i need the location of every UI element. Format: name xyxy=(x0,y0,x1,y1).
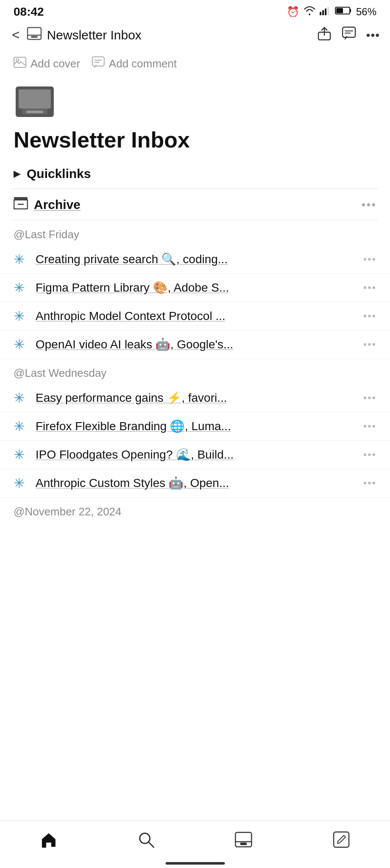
newsletter-item[interactable]: ✳Easy performance gains ⚡, favori...••• xyxy=(0,384,390,412)
item-more-button[interactable]: ••• xyxy=(363,310,376,322)
archive-more-button[interactable]: ••• xyxy=(362,198,376,211)
asterisk-icon: ✳ xyxy=(14,251,29,267)
newsletter-item-left: ✳Figma Pattern Library 🎨, Adobe S... xyxy=(14,280,363,296)
asterisk-icon: ✳ xyxy=(14,308,29,324)
svg-rect-23 xyxy=(14,197,28,200)
asterisk-icon: ✳ xyxy=(14,447,29,463)
asterisk-icon: ✳ xyxy=(14,337,29,353)
edit-icon xyxy=(333,831,350,852)
newsletter-item[interactable]: ✳Anthropic Custom Styles 🤖, Open...••• xyxy=(0,469,390,498)
search-icon xyxy=(138,831,155,852)
date-group-1: @Last Wednesday xyxy=(0,359,390,384)
nav-bar: < Newsletter Inbox xyxy=(0,22,390,50)
archive-icon xyxy=(14,197,28,212)
item-more-button[interactable]: ••• xyxy=(363,420,376,432)
svg-rect-10 xyxy=(343,27,355,37)
newsletter-text: IPO Floodgates Opening? 🌊, Build... xyxy=(36,447,234,462)
newsletter-item[interactable]: ✳Creating private search 🔍, coding...••• xyxy=(0,245,390,274)
battery-icon xyxy=(335,6,352,18)
date-group-2: @November 22, 2024 xyxy=(0,498,390,523)
newsletter-item-left: ✳IPO Floodgates Opening? 🌊, Build... xyxy=(14,447,363,463)
svg-rect-15 xyxy=(92,57,104,66)
item-more-button[interactable]: ••• xyxy=(363,477,376,489)
item-more-button[interactable]: ••• xyxy=(363,339,376,351)
nav-inbox-icon xyxy=(27,27,42,43)
newsletter-text: Anthropic Custom Styles 🤖, Open... xyxy=(36,476,229,491)
newsletter-item-left: ✳Firefox Flexible Branding 🌐, Luma... xyxy=(14,418,363,434)
newsletter-text: Figma Pattern Library 🎨, Adobe S... xyxy=(36,280,229,295)
back-button[interactable]: < xyxy=(10,25,22,45)
bottom-nav-edit[interactable] xyxy=(324,828,358,855)
svg-rect-8 xyxy=(31,36,38,38)
newsletter-text: Anthropic Model Context Protocol ... xyxy=(36,309,225,324)
more-options-button[interactable]: ••• xyxy=(366,28,380,42)
newsletter-item-left: ✳OpenAI video AI leaks 🤖, Google's... xyxy=(14,337,363,353)
newsletter-item[interactable]: ✳Anthropic Model Context Protocol ...••• xyxy=(0,302,390,331)
bottom-nav-inbox[interactable] xyxy=(226,828,261,855)
quicklinks-arrow-icon: ▶ xyxy=(14,168,21,179)
action-bar: Add cover Add comment xyxy=(0,50,390,80)
add-comment-label: Add comment xyxy=(109,57,177,70)
quicklinks-row[interactable]: ▶ Quicklinks xyxy=(0,162,390,189)
battery-percent: 56% xyxy=(356,6,376,18)
home-indicator xyxy=(166,862,225,865)
comment-icon xyxy=(92,56,105,71)
svg-point-14 xyxy=(16,59,19,61)
nav-right: ••• xyxy=(317,26,380,44)
page-icon xyxy=(14,83,56,121)
svg-rect-1 xyxy=(322,10,324,15)
asterisk-icon: ✳ xyxy=(14,390,29,406)
newsletter-item[interactable]: ✳Figma Pattern Library 🎨, Adobe S...••• xyxy=(0,274,390,302)
svg-rect-5 xyxy=(350,9,351,12)
page-title: Newsletter Inbox xyxy=(0,128,390,162)
alarm-icon: ⏰ xyxy=(287,6,299,18)
quicklinks-label: Quicklinks xyxy=(27,167,91,181)
asterisk-icon: ✳ xyxy=(14,418,29,434)
home-icon xyxy=(40,832,57,851)
newsletter-item-left: ✳Anthropic Custom Styles 🤖, Open... xyxy=(14,475,363,491)
signal-icon xyxy=(320,6,331,18)
add-cover-button[interactable]: Add cover xyxy=(14,57,80,71)
add-cover-label: Add cover xyxy=(30,57,80,70)
newsletter-item[interactable]: ✳OpenAI video AI leaks 🤖, Google's...••• xyxy=(0,331,390,359)
date-group-0: @Last Friday xyxy=(0,220,390,245)
item-more-button[interactable]: ••• xyxy=(363,392,376,404)
newsletter-text: Easy performance gains ⚡, favori... xyxy=(36,390,227,406)
asterisk-icon: ✳ xyxy=(14,475,29,491)
image-icon xyxy=(14,57,26,71)
archive-label: Archive xyxy=(34,198,80,212)
inbox-nav-icon xyxy=(235,832,252,851)
bottom-nav-home[interactable] xyxy=(32,828,66,855)
item-more-button[interactable]: ••• xyxy=(363,253,376,265)
newsletter-text: Creating private search 🔍, coding... xyxy=(36,252,228,267)
archive-left: Archive xyxy=(14,197,80,212)
nav-title: Newsletter Inbox xyxy=(47,28,141,42)
bottom-nav xyxy=(0,821,390,868)
status-icons: ⏰ 56% xyxy=(287,6,376,18)
add-comment-button[interactable]: Add comment xyxy=(92,56,177,71)
page-content: Newsletter Inbox ▶ Quicklinks Archive ••… xyxy=(0,80,390,868)
item-more-button[interactable]: ••• xyxy=(363,449,376,461)
status-bar: 08:42 ⏰ xyxy=(0,0,390,22)
bottom-nav-search[interactable] xyxy=(129,828,163,855)
svg-rect-29 xyxy=(334,832,349,847)
archive-row: Archive ••• xyxy=(0,189,390,220)
nav-left: < Newsletter Inbox xyxy=(10,25,141,45)
newsletter-text: Firefox Flexible Branding 🌐, Luma... xyxy=(36,419,231,434)
newsletter-item-left: ✳Creating private search 🔍, coding... xyxy=(14,251,363,267)
svg-rect-3 xyxy=(327,7,329,15)
newsletter-item-left: ✳Easy performance gains ⚡, favori... xyxy=(14,390,363,406)
status-time: 08:42 xyxy=(14,5,44,19)
svg-rect-21 xyxy=(26,111,43,113)
groups-container: @Last Friday✳Creating private search 🔍, … xyxy=(0,220,390,523)
asterisk-icon: ✳ xyxy=(14,280,29,296)
svg-rect-0 xyxy=(320,12,321,15)
svg-rect-2 xyxy=(325,8,326,15)
share-button[interactable] xyxy=(317,26,332,44)
comment-button[interactable] xyxy=(342,26,356,44)
page-icon-container xyxy=(0,80,390,128)
item-more-button[interactable]: ••• xyxy=(363,282,376,294)
svg-rect-19 xyxy=(19,89,51,108)
newsletter-item[interactable]: ✳IPO Floodgates Opening? 🌊, Build...••• xyxy=(0,441,390,469)
newsletter-item[interactable]: ✳Firefox Flexible Branding 🌐, Luma...••• xyxy=(0,412,390,441)
